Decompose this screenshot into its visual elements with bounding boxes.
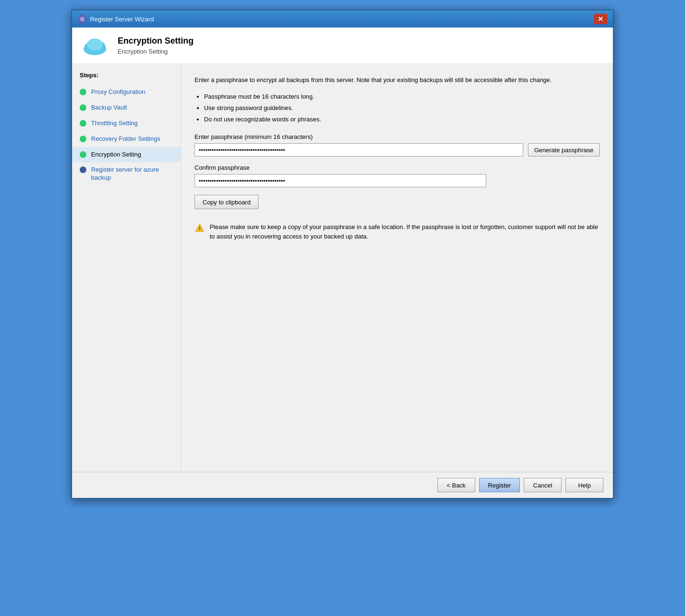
sidebar-item-proxy-configuration[interactable]: Proxy Configuration <box>72 84 181 100</box>
intro-text: Enter a passphrase to encrypt all backup… <box>194 75 600 85</box>
close-button[interactable]: ✕ <box>594 14 607 24</box>
dot-icon <box>80 151 86 158</box>
sidebar-item-encryption-setting[interactable]: Encryption Setting <box>72 147 181 163</box>
sidebar-item-label: Encryption Setting <box>91 151 141 159</box>
svg-point-3 <box>87 38 103 51</box>
bullet-list: Passphrase must be 16 characters long. U… <box>204 92 600 124</box>
warning-box: ! Please make sure to keep a copy of you… <box>194 219 600 245</box>
main-window: ⊙ Register Server Wizard ✕ Encryption Se… <box>71 9 614 499</box>
sidebar-item-label: Recovery Folder Settings <box>91 135 160 143</box>
cancel-button[interactable]: Cancel <box>524 478 562 492</box>
sidebar-item-label: Proxy Configuration <box>91 88 145 96</box>
dot-icon <box>80 166 86 173</box>
sidebar-item-backup-vault[interactable]: Backup Vault <box>72 100 181 116</box>
title-bar: ⊙ Register Server Wizard ✕ <box>72 10 613 28</box>
sidebar-item-recovery-folder-settings[interactable]: Recovery Folder Settings <box>72 131 181 147</box>
copy-to-clipboard-button[interactable]: Copy to clipboard <box>194 195 259 209</box>
title-bar-text: Register Server Wizard <box>90 16 154 23</box>
warning-icon: ! <box>194 223 205 233</box>
app-icon: ⊙ <box>78 15 86 23</box>
bullet-item-2: Do not use recognizable words or phrases… <box>204 115 600 124</box>
sidebar-item-throttling-setting[interactable]: Throttling Setting <box>72 116 181 131</box>
sidebar: Steps: Proxy Configuration Backup Vault … <box>72 64 181 472</box>
content-area: Enter a passphrase to encrypt all backup… <box>181 64 613 472</box>
back-button[interactable]: < Back <box>437 478 475 492</box>
main-content: Steps: Proxy Configuration Backup Vault … <box>72 64 613 472</box>
bullet-item-1: Use strong password guidelines. <box>204 104 600 112</box>
dot-icon <box>80 120 86 127</box>
dot-icon <box>80 104 86 111</box>
register-button[interactable]: Register <box>479 478 520 492</box>
footer-bar: < Back Register Cancel Help <box>72 472 613 498</box>
dot-icon <box>80 89 86 95</box>
sidebar-item-label: Backup Vault <box>91 104 127 112</box>
confirm-label: Confirm passphrase <box>194 164 600 171</box>
page-title: Encryption Setting <box>118 36 194 46</box>
cloud-icon <box>82 35 108 56</box>
steps-label: Steps: <box>72 72 181 84</box>
generate-passphrase-button[interactable]: Generate passphrase <box>528 143 600 156</box>
bullet-item-0: Passphrase must be 16 characters long. <box>204 92 600 101</box>
page-subtitle: Encryption Setting <box>118 48 194 55</box>
warning-text: Please make sure to keep a copy of your … <box>210 222 600 241</box>
confirm-passphrase-input[interactable] <box>194 174 486 187</box>
sidebar-item-label: Register server for azure backup <box>91 166 173 182</box>
sidebar-item-register-server[interactable]: Register server for azure backup <box>72 162 181 186</box>
passphrase-label: Enter passphrase (minimum 16 characters) <box>194 133 600 140</box>
svg-text:!: ! <box>199 226 201 231</box>
header-area: Encryption Setting Encryption Setting <box>72 28 613 64</box>
help-button[interactable]: Help <box>565 478 603 492</box>
passphrase-input[interactable] <box>194 143 523 156</box>
passphrase-row: Generate passphrase <box>194 143 600 156</box>
dot-icon <box>80 136 86 142</box>
header-text: Encryption Setting Encryption Setting <box>118 36 194 55</box>
sidebar-item-label: Throttling Setting <box>91 120 138 128</box>
title-bar-left: ⊙ Register Server Wizard <box>78 15 154 23</box>
